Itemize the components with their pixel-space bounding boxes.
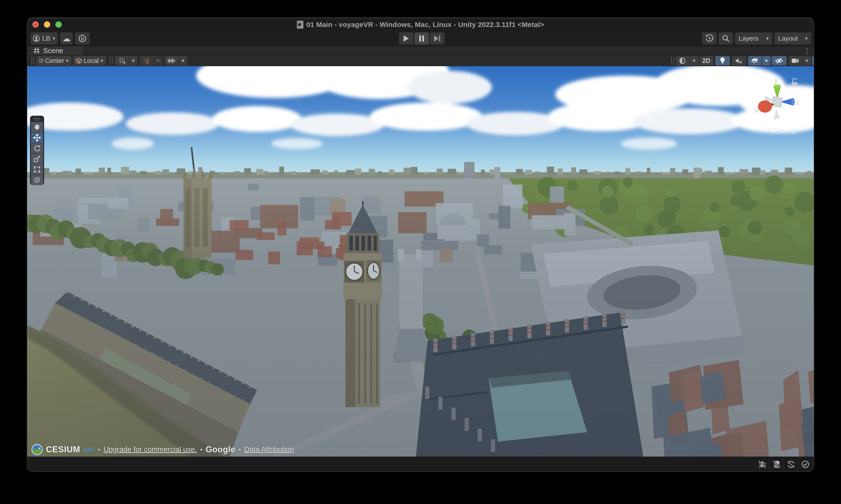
rect-tool[interactable] [31,164,43,175]
cesium-wordmark: CESIUM [46,445,80,454]
progress-ok-button[interactable] [799,457,811,472]
move-icon [33,134,41,142]
scene-viewport[interactable]: y z x <Persp C [27,66,814,457]
collab-sync-status-button[interactable] [785,457,797,472]
scene-camera-button[interactable] [788,56,802,66]
tool-handle-rotation-dropdown[interactable]: Local ▾ [73,56,106,66]
pivot-icon [39,57,43,64]
camera-group: ▾ [788,56,811,66]
debugger-status-button[interactable] [756,457,769,472]
step-icon [434,35,441,42]
grid-snapping-caret[interactable]: ▾ [154,56,162,66]
rotate-icon [34,145,41,152]
shading-mode-caret[interactable]: ▾ [690,56,698,66]
database-slash-icon [772,460,781,469]
effects-caret[interactable]: ▾ [762,56,771,66]
scene-toolbar: Center ▾ Local ▾ Y [27,55,814,66]
tool-handle-position-dropdown[interactable]: Center ▾ [37,56,71,66]
search-icon [722,35,730,42]
toolbar-drag-handle[interactable] [32,57,34,65]
gizmo-x-axis[interactable] [758,101,772,113]
camera-icon [791,58,799,64]
effects-toggle[interactable] [748,56,762,66]
audio-muted-icon [735,57,743,64]
attribution-bar: CESIUM ion • Upgrade for commercial use.… [32,444,294,455]
layout-dropdown[interactable]: Layout ▾ [774,32,811,44]
palette-drag-handle[interactable] [31,116,43,122]
scene-tone-overlay [27,167,814,457]
rotate-tool[interactable] [31,143,43,154]
audio-toggle[interactable] [732,56,746,66]
scene-render [27,66,814,457]
projection-label[interactable]: <Persp [767,125,797,136]
lightbulb-icon [720,57,725,65]
account-button[interactable]: LB ▾ [31,32,58,44]
main-toolbar: LB ▾ ☁ D [27,31,814,46]
chevron-down-icon: ▾ [805,36,808,41]
play-icon [403,35,409,42]
play-button[interactable] [399,32,413,44]
check-circle-icon [801,460,809,469]
pause-icon [419,35,425,42]
step-button[interactable] [430,32,444,44]
2d-toggle[interactable]: 2D [699,56,713,66]
cloud-icon: ☁ [62,34,70,43]
gizmo-z-label[interactable]: z [796,97,800,106]
grid-visibility-caret[interactable]: ▾ [129,56,138,66]
tab-scene[interactable]: Scene [29,46,83,55]
shading-mode-button[interactable] [676,56,690,66]
gizmos-group: ▾ [812,56,814,66]
title-bar[interactable]: 01 Main - voyageVR - Windows, Mac, Linux… [27,18,814,31]
attribution-separator: • [239,446,241,453]
chevron-down-icon: ▾ [53,36,55,41]
toolbar-drag-handle[interactable] [110,57,113,65]
snap-increment-group: ▾ [165,56,187,66]
gizmo-x-label[interactable]: x [754,105,759,114]
transform-tool[interactable] [31,175,43,185]
rect-tool-icon [34,166,41,173]
hidden-objects-toggle[interactable] [772,56,787,66]
orientation-gizmo[interactable]: y z x [754,75,801,129]
grid-snapping-group: ▾ [140,56,162,66]
gizmo-y-label[interactable]: y [774,75,779,84]
move-tool[interactable] [31,132,43,143]
camera-caret[interactable]: ▾ [803,56,811,66]
data-attribution-link[interactable]: Data Attribution [244,445,294,454]
svg-text:D: D [81,37,84,41]
tab-menu-kebab[interactable]: ⋮ [803,47,810,55]
search-button[interactable] [718,32,733,44]
chevron-down-icon: ▾ [101,58,103,64]
transform-icon [34,177,41,183]
cube-icon [76,57,82,64]
toolbar-drag-handle[interactable] [671,57,674,65]
bug-slash-icon [758,460,767,469]
chevron-down-icon: ▾ [66,58,69,64]
version-control-icon: D [78,35,86,42]
cloud-services-button[interactable]: ☁ [60,32,73,44]
grid-snapping-toggle[interactable] [140,56,154,66]
cesium-logo [32,444,43,455]
snap-increment-toggle[interactable] [165,56,178,66]
gizmo-neg-y-axis[interactable] [773,109,780,120]
chevron-down-icon: ▾ [766,36,769,41]
scene-lighting-toggle[interactable] [715,56,730,66]
view-hand-tool[interactable] [31,122,43,132]
hand-icon [34,124,41,131]
grid-visibility-toggle[interactable]: Y [115,56,129,66]
version-control-button[interactable]: D [75,32,90,44]
tab-bar: Scene ⋮ [27,46,814,55]
gizmos-toggle[interactable] [812,56,814,66]
cache-server-status-button[interactable] [771,457,783,472]
pause-button[interactable] [414,32,429,44]
snap-increment-caret[interactable]: ▾ [179,56,187,66]
unity-editor-window: 01 Main - voyageVR - Windows, Mac, Linux… [27,18,814,472]
grid-icon [33,48,40,54]
tool-palette [30,116,44,185]
grid-axis-icon: Y [118,57,125,64]
unlocked-padlock-icon[interactable] [792,78,798,86]
shaded-sphere-icon [679,57,686,64]
layers-dropdown[interactable]: Layers ▾ [735,32,772,44]
undo-history-button[interactable] [702,32,717,44]
scale-tool[interactable] [31,154,43,164]
upgrade-link[interactable]: Upgrade for commercial use. [104,445,197,454]
